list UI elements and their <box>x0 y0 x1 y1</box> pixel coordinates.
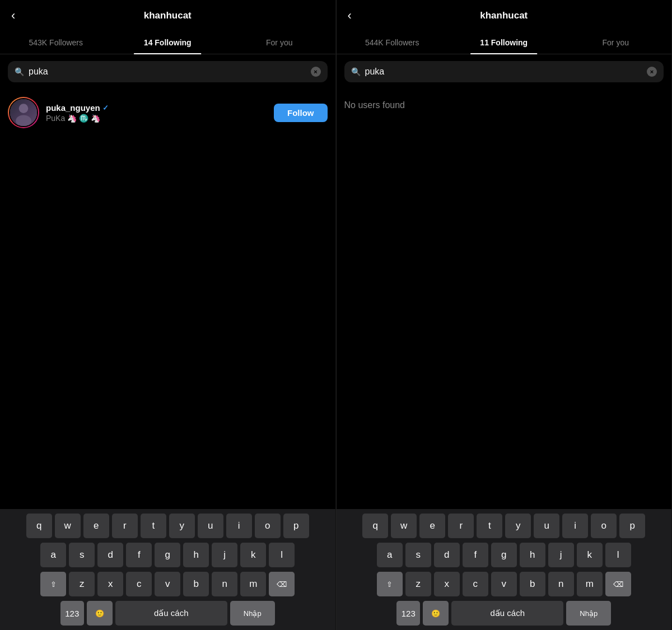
left-key-m[interactable]: m <box>240 572 266 596</box>
right-search-container: 🔍 × <box>337 54 672 89</box>
left-key-b[interactable]: b <box>183 572 209 596</box>
right-key-t[interactable]: t <box>477 514 502 538</box>
left-tab-following[interactable]: 14 Following <box>112 31 224 54</box>
right-key-n[interactable]: n <box>548 572 574 596</box>
left-keyboard-row-3: ⇧ z x c v b n m ⌫ <box>2 572 333 596</box>
right-no-users: No users found <box>337 89 672 122</box>
right-search-input[interactable] <box>365 67 643 77</box>
right-key-r[interactable]: r <box>448 514 474 538</box>
left-search-icon: 🔍 <box>15 67 24 76</box>
right-key-b[interactable]: b <box>520 572 545 596</box>
right-key-w[interactable]: w <box>391 514 417 538</box>
right-key-x[interactable]: x <box>434 572 460 596</box>
left-key-z[interactable]: z <box>69 572 95 596</box>
right-key-s[interactable]: s <box>405 543 431 567</box>
left-key-u[interactable]: u <box>198 514 223 538</box>
right-key-f[interactable]: f <box>463 543 488 567</box>
right-back-button[interactable]: ‹ <box>346 6 354 25</box>
right-key-shift[interactable]: ⇧ <box>377 572 403 596</box>
right-header-title: khanhucat <box>480 10 528 21</box>
right-keyboard-row-2: a s d f g h j k l <box>339 543 670 567</box>
right-tab-foryou[interactable]: For you <box>560 31 672 54</box>
right-keyboard-row-3: ⇧ z x c v b n m ⌫ <box>339 572 670 596</box>
left-key-123[interactable]: 123 <box>60 601 84 626</box>
left-user-list: puka_nguyen ✓ PuKa 🦄 ♏ 🦄 Follow <box>0 89 335 136</box>
left-key-e[interactable]: e <box>83 514 109 538</box>
left-key-i[interactable]: i <box>226 514 252 538</box>
left-key-t[interactable]: t <box>141 514 166 538</box>
right-search-clear-button[interactable]: × <box>647 67 657 77</box>
left-verified-badge: ✓ <box>102 104 109 112</box>
left-key-q[interactable]: q <box>26 514 52 538</box>
left-key-space[interactable]: dấu cách <box>115 601 227 626</box>
left-key-v[interactable]: v <box>155 572 180 596</box>
right-key-a[interactable]: a <box>377 543 403 567</box>
right-key-e[interactable]: e <box>419 514 445 538</box>
left-key-r[interactable]: r <box>112 514 138 538</box>
left-search-clear-button[interactable]: × <box>311 67 321 77</box>
right-key-g[interactable]: g <box>491 543 517 567</box>
left-key-y[interactable]: y <box>169 514 195 538</box>
left-key-k[interactable]: k <box>240 543 266 567</box>
right-key-delete[interactable]: ⌫ <box>605 572 631 596</box>
left-key-d[interactable]: d <box>97 543 123 567</box>
right-key-123[interactable]: 123 <box>396 601 420 626</box>
right-key-o[interactable]: o <box>591 514 617 538</box>
right-key-k[interactable]: k <box>577 543 603 567</box>
left-key-n[interactable]: n <box>212 572 237 596</box>
right-key-m[interactable]: m <box>577 572 603 596</box>
right-key-p[interactable]: p <box>619 514 645 538</box>
left-key-return[interactable]: Nhập <box>230 601 275 626</box>
left-key-w[interactable]: w <box>55 514 81 538</box>
right-key-space[interactable]: dấu cách <box>451 601 563 626</box>
right-panel: ‹ khanhucat 544K Followers 11 Following … <box>337 0 673 630</box>
left-key-p[interactable]: p <box>283 514 309 538</box>
left-key-l[interactable]: l <box>269 543 295 567</box>
left-key-emoji[interactable]: 🙂 <box>87 601 113 626</box>
left-display-name: PuKa 🦄 ♏ 🦄 <box>46 114 267 123</box>
right-key-v[interactable]: v <box>491 572 517 596</box>
left-key-f[interactable]: f <box>126 543 152 567</box>
right-tab-followers[interactable]: 544K Followers <box>337 31 449 54</box>
left-tab-followers[interactable]: 543K Followers <box>0 31 112 54</box>
right-key-return[interactable]: Nhập <box>566 601 611 626</box>
left-key-x[interactable]: x <box>97 572 123 596</box>
right-tabs: 544K Followers 11 Following For you <box>337 31 672 54</box>
left-search-input[interactable] <box>29 67 306 77</box>
left-user-item: puka_nguyen ✓ PuKa 🦄 ♏ 🦄 Follow <box>8 91 328 134</box>
right-key-i[interactable]: i <box>562 514 588 538</box>
right-key-l[interactable]: l <box>605 543 631 567</box>
right-key-h[interactable]: h <box>520 543 545 567</box>
svg-point-2 <box>16 115 31 127</box>
right-key-j[interactable]: j <box>548 543 574 567</box>
left-panel: ‹ khanhucat 543K Followers 14 Following … <box>0 0 336 630</box>
left-keyboard: q w e r t y u i o p a s d f g h j k l ⇧ … <box>0 509 335 630</box>
right-search-icon: 🔍 <box>351 67 361 76</box>
left-key-s[interactable]: s <box>69 543 95 567</box>
left-key-o[interactable]: o <box>255 514 281 538</box>
left-key-h[interactable]: h <box>183 543 209 567</box>
left-avatar <box>10 99 37 126</box>
left-back-button[interactable]: ‹ <box>9 6 17 25</box>
left-follow-button[interactable]: Follow <box>274 104 328 122</box>
left-key-g[interactable]: g <box>155 543 180 567</box>
left-key-a[interactable]: a <box>40 543 66 567</box>
left-key-delete[interactable]: ⌫ <box>269 572 295 596</box>
right-key-z[interactable]: z <box>405 572 431 596</box>
left-header: ‹ khanhucat <box>0 0 335 31</box>
left-key-c[interactable]: c <box>126 572 152 596</box>
right-key-c[interactable]: c <box>463 572 488 596</box>
left-key-shift[interactable]: ⇧ <box>40 572 66 596</box>
right-tab-following[interactable]: 11 Following <box>448 31 560 54</box>
left-username-row: puka_nguyen ✓ <box>46 103 267 113</box>
right-key-d[interactable]: d <box>434 543 460 567</box>
left-user-info: puka_nguyen ✓ PuKa 🦄 ♏ 🦄 <box>46 103 267 123</box>
left-tab-foryou[interactable]: For you <box>223 31 335 54</box>
right-key-u[interactable]: u <box>534 514 559 538</box>
left-key-j[interactable]: j <box>212 543 237 567</box>
right-key-emoji[interactable]: 🙂 <box>423 601 449 626</box>
right-key-q[interactable]: q <box>362 514 388 538</box>
right-key-y[interactable]: y <box>505 514 531 538</box>
left-keyboard-row-2: a s d f g h j k l <box>2 543 333 567</box>
right-keyboard-row-1: q w e r t y u i o p <box>339 514 670 538</box>
